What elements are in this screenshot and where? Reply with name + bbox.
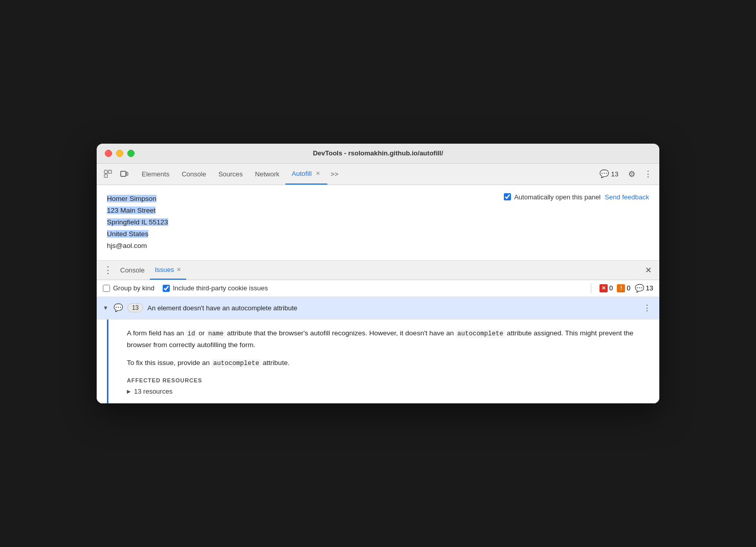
- more-tabs-button[interactable]: >>: [327, 168, 341, 180]
- minimize-button[interactable]: [116, 150, 123, 157]
- info-icon: 💬: [635, 284, 644, 293]
- traffic-lights: [105, 150, 135, 157]
- issues-badge-button[interactable]: 💬 13: [595, 167, 622, 180]
- include-third-party-checkbox[interactable]: [163, 285, 170, 292]
- autofill-panel: Homer Simpson 123 Main Street Springfiel…: [97, 185, 659, 261]
- svg-rect-2: [104, 174, 107, 177]
- svg-rect-4: [126, 172, 128, 175]
- tab-issues-close[interactable]: ✕: [176, 266, 181, 273]
- group-by-kind-checkbox[interactable]: [103, 285, 110, 292]
- toolbar-icons: [101, 167, 131, 181]
- more-icon: ⋮: [644, 169, 652, 179]
- devtools-window: DevTools - rsolomakhin.github.io/autofil…: [97, 144, 659, 403]
- resources-count-label: 13 resources: [134, 388, 172, 395]
- address-line-4: United States: [107, 229, 168, 240]
- address-line-3: Springfield IL 55123: [107, 217, 168, 229]
- code-autocomplete2: autocomplete: [212, 359, 261, 368]
- error-count-badge: ✕ 0: [599, 284, 613, 292]
- issue-menu-button[interactable]: ⋮: [641, 302, 653, 314]
- code-name: name: [207, 330, 225, 338]
- toolbar-divider: [591, 283, 591, 293]
- svg-rect-0: [104, 170, 107, 173]
- svg-rect-3: [121, 171, 126, 176]
- tab-autofill-close[interactable]: ✕: [314, 170, 321, 177]
- svg-rect-1: [108, 170, 112, 173]
- issues-icon: 💬: [599, 169, 609, 178]
- auto-open-checkbox[interactable]: [504, 193, 511, 200]
- include-third-party-label[interactable]: Include third-party cookie issues: [163, 284, 268, 292]
- bottom-close-icon: ✕: [645, 265, 652, 275]
- autofill-data: Homer Simpson 123 Main Street Springfiel…: [107, 193, 168, 252]
- tab-sources[interactable]: Sources: [212, 164, 249, 185]
- tab-console[interactable]: Console: [175, 164, 212, 185]
- close-button[interactable]: [105, 150, 112, 157]
- tab-network[interactable]: Network: [249, 164, 286, 185]
- bottom-panel: ⋮ Console Issues ✕ ✕ Group by: [97, 261, 659, 403]
- issue-row[interactable]: ▼ 💬 13 An element doesn't have an autoco…: [97, 297, 659, 320]
- issues-content: ▼ 💬 13 An element doesn't have an autoco…: [97, 297, 659, 403]
- tab-elements[interactable]: Elements: [136, 164, 175, 185]
- resources-chevron-icon: ▶: [127, 389, 131, 394]
- window-title: DevTools - rsolomakhin.github.io/autofil…: [313, 149, 443, 157]
- group-by-kind-label[interactable]: Group by kind: [103, 284, 154, 292]
- code-autocomplete1: autocomplete: [456, 330, 505, 338]
- issue-title: An element doesn't have an autocomplete …: [147, 304, 637, 312]
- affected-resources-label: AFFECTED RESOURCES: [127, 377, 649, 383]
- issue-detail: A form field has an id or name attribute…: [107, 320, 659, 403]
- info-count-badge: 💬 13: [635, 284, 653, 293]
- issue-type-icon: 💬: [114, 303, 123, 312]
- bottom-more-button[interactable]: ⋮: [101, 263, 115, 277]
- bottom-toolbar: ⋮ Console Issues ✕ ✕: [97, 261, 659, 280]
- tab-autofill[interactable]: Autofill ✕: [285, 164, 327, 185]
- issue-chevron-icon: ▼: [103, 305, 108, 311]
- warning-icon: !: [617, 284, 625, 292]
- issues-counts: ✕ 0 ! 0 💬 13: [599, 284, 653, 293]
- issue-description: A form field has an id or name attribute…: [127, 328, 649, 351]
- code-id: id: [186, 330, 197, 338]
- tab-list: Elements Console Sources Network Autofil…: [136, 164, 595, 185]
- device-toolbar-icon[interactable]: [117, 167, 131, 181]
- address-line-2: 123 Main Street: [107, 205, 168, 217]
- bottom-more-icon: ⋮: [103, 264, 113, 276]
- error-icon: ✕: [599, 284, 608, 292]
- resources-row[interactable]: ▶ 13 resources: [127, 388, 649, 395]
- bottom-close-button[interactable]: ✕: [641, 263, 655, 277]
- select-element-icon[interactable]: [101, 167, 115, 181]
- warning-count-badge: ! 0: [617, 284, 630, 292]
- toolbar-right: 💬 13 ⚙ ⋮: [595, 167, 655, 181]
- tab-console-bottom[interactable]: Console: [115, 261, 150, 280]
- send-feedback-link[interactable]: Send feedback: [605, 193, 649, 201]
- address-line-1: Homer Simpson: [107, 193, 168, 205]
- settings-button[interactable]: ⚙: [625, 167, 639, 181]
- main-toolbar: Elements Console Sources Network Autofil…: [97, 164, 659, 185]
- autofill-controls: Automatically open this panel Send feedb…: [504, 193, 649, 201]
- more-button[interactable]: ⋮: [641, 167, 655, 181]
- issues-toolbar-left: Group by kind Include third-party cookie…: [103, 284, 583, 292]
- issue-fix: To fix this issue, provide an autocomple…: [127, 357, 649, 369]
- main-content: Homer Simpson 123 Main Street Springfiel…: [97, 185, 659, 403]
- auto-open-checkbox-label[interactable]: Automatically open this panel: [504, 193, 601, 201]
- tab-issues-bottom[interactable]: Issues ✕: [150, 261, 187, 280]
- issues-count: 13: [611, 170, 618, 178]
- address-line-5: hjs@aol.com: [107, 240, 168, 252]
- gear-icon: ⚙: [628, 169, 635, 179]
- title-bar: DevTools - rsolomakhin.github.io/autofil…: [97, 144, 659, 164]
- maximize-button[interactable]: [127, 150, 135, 157]
- issues-toolbar: Group by kind Include third-party cookie…: [97, 280, 659, 297]
- issue-count-badge: 13: [127, 303, 143, 312]
